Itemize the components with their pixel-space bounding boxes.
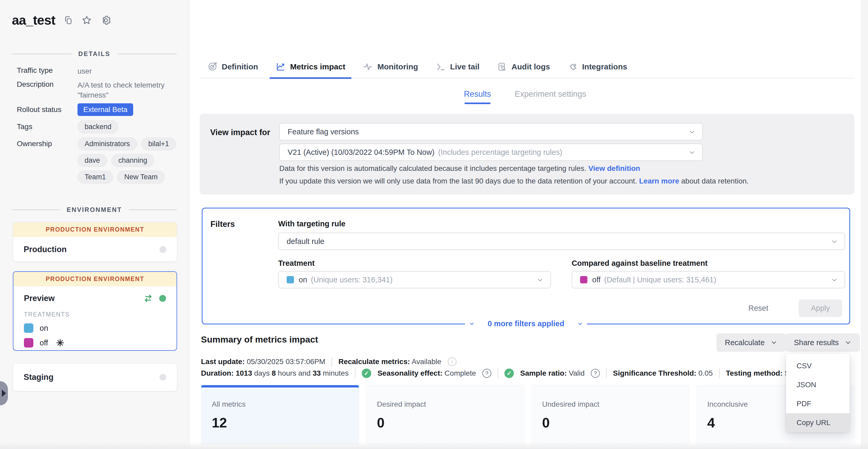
baseline-treatment-select[interactable]: off (Default | Unique users: 315,461) bbox=[572, 271, 845, 289]
chevron-down-icon bbox=[771, 339, 777, 346]
duration-hours: 8 bbox=[272, 369, 276, 377]
production-environment-banner: PRODUCTION ENVIRONMENT bbox=[13, 222, 177, 237]
help-icon[interactable]: ? bbox=[591, 369, 600, 378]
card-all-metrics[interactable]: All metrics 12 bbox=[201, 385, 359, 445]
terminal-icon bbox=[436, 62, 445, 71]
recalculate-metrics-label: Recalculate metrics: bbox=[338, 358, 410, 366]
tab-label: Live tail bbox=[450, 62, 479, 71]
swap-arrows-icon bbox=[143, 293, 153, 304]
reset-button[interactable]: Reset bbox=[747, 304, 770, 313]
menu-item-pdf[interactable]: PDF bbox=[786, 394, 849, 413]
environment-card-staging[interactable]: Staging bbox=[13, 363, 177, 391]
separator bbox=[498, 368, 498, 378]
select-value: off bbox=[592, 275, 600, 284]
pulse-icon bbox=[363, 62, 373, 71]
testing-method-label: Testing method: bbox=[726, 369, 783, 377]
more-filters-toggle[interactable]: 0 more filters applied bbox=[465, 316, 587, 331]
share-results-button[interactable]: Share results bbox=[785, 333, 860, 352]
menu-item-json[interactable]: JSON bbox=[786, 376, 849, 394]
traffic-type-row: Traffic type user bbox=[17, 66, 183, 76]
select-value: V21 (Active) (10/03/2022 04:59PM To Now) bbox=[288, 148, 435, 157]
separator bbox=[606, 368, 607, 378]
duration-unit: days bbox=[254, 369, 270, 377]
target-icon bbox=[208, 62, 217, 71]
favorite-button[interactable] bbox=[82, 15, 92, 26]
results-subtabs: Results Experiment settings bbox=[189, 89, 861, 104]
traffic-type-label: Traffic type bbox=[17, 66, 78, 76]
environment-card-preview[interactable]: PRODUCTION ENVIRONMENT Preview TREATMENT… bbox=[13, 271, 177, 351]
treatment-off-color-chip bbox=[580, 276, 587, 283]
environment-heading-label: ENVIRONMENT bbox=[67, 206, 122, 213]
recalculate-metrics-value: Available bbox=[412, 358, 441, 366]
duration-days: 1013 bbox=[236, 369, 252, 377]
treatment-row-on: on bbox=[24, 323, 166, 333]
tab-monitoring[interactable]: Monitoring bbox=[363, 55, 418, 78]
card-value: 12 bbox=[212, 415, 348, 430]
baseline-treatment-label: Compared against baseline treatment bbox=[572, 259, 708, 268]
star-icon bbox=[82, 15, 92, 26]
owner-pill: channing bbox=[112, 154, 154, 167]
tags-label: Tags bbox=[17, 120, 78, 131]
duration-unit: minutes bbox=[323, 369, 349, 377]
help-icon[interactable]: ? bbox=[482, 369, 491, 378]
status-dot-green bbox=[159, 295, 166, 302]
gear-icon bbox=[100, 15, 112, 26]
menu-item-copy-url[interactable]: Copy URL bbox=[786, 413, 849, 432]
menu-item-csv[interactable]: CSV bbox=[786, 356, 849, 376]
treatment-name: on bbox=[40, 324, 48, 333]
view-definition-link[interactable]: View definition bbox=[588, 164, 640, 173]
environment-card-production[interactable]: PRODUCTION ENVIRONMENT Production bbox=[13, 222, 177, 262]
seasonality-label: Seasonality effect: bbox=[377, 369, 442, 377]
impact-version-select[interactable]: V21 (Active) (10/03/2022 04:59PM To Now)… bbox=[279, 144, 703, 161]
environment-section-heading: ENVIRONMENT bbox=[12, 205, 177, 215]
copy-name-button[interactable] bbox=[64, 16, 73, 25]
significance-threshold-label: Significance Threshold: bbox=[613, 369, 696, 377]
learn-more-link[interactable]: Learn more bbox=[639, 177, 679, 185]
separator bbox=[355, 368, 355, 378]
page-title: aa_test bbox=[12, 12, 55, 28]
card-undesired-impact[interactable]: Undesired impact 0 bbox=[531, 385, 690, 445]
tab-metrics-impact[interactable]: Metrics impact bbox=[275, 55, 346, 78]
tab-audit-logs[interactable]: Audit logs bbox=[497, 55, 551, 78]
rollout-status-row: Rollout status External Beta bbox=[17, 103, 133, 116]
info-icon[interactable]: i bbox=[448, 357, 457, 366]
tab-definition[interactable]: Definition bbox=[207, 55, 258, 78]
recalculate-button[interactable]: Recalculate bbox=[716, 333, 786, 352]
apply-button[interactable]: Apply bbox=[799, 299, 842, 317]
environment-name: Staging bbox=[24, 372, 54, 382]
environment-name: Preview bbox=[24, 294, 55, 303]
sample-ratio-value: Valid bbox=[569, 369, 585, 377]
subtab-experiment-settings[interactable]: Experiment settings bbox=[515, 89, 586, 104]
data-retention-note: If you update this version we will only … bbox=[279, 177, 749, 185]
last-update-value: 05/30/2025 03:57:06PM bbox=[247, 358, 325, 366]
settings-button[interactable] bbox=[100, 15, 112, 26]
targeting-rule-select[interactable]: default rule bbox=[278, 233, 845, 250]
subtab-results[interactable]: Results bbox=[464, 89, 491, 104]
treatment-select[interactable]: on (Unique users: 316,341) bbox=[278, 271, 551, 289]
vertical-scrollbar[interactable] bbox=[861, 0, 868, 449]
rollout-status-badge: External Beta bbox=[78, 103, 133, 116]
tab-live-tail[interactable]: Live tail bbox=[435, 55, 480, 78]
filter-actions: Reset Apply bbox=[747, 299, 842, 317]
status-dot-gray bbox=[159, 374, 166, 381]
tab-integrations[interactable]: Integrations bbox=[567, 55, 628, 78]
targeting-rule-label: With targeting rule bbox=[278, 219, 345, 228]
description-label: Description bbox=[17, 80, 78, 100]
check-icon: ✓ bbox=[504, 368, 514, 378]
card-label: Desired impact bbox=[377, 400, 514, 409]
select-value: Feature flag versions bbox=[288, 127, 359, 136]
treatment-on-color-chip bbox=[287, 276, 294, 283]
chevron-down-icon bbox=[831, 276, 838, 283]
select-value: on bbox=[299, 275, 307, 284]
select-value-note: (Includes percentage targeting rules) bbox=[438, 148, 562, 157]
duration-unit: hours and bbox=[278, 369, 311, 377]
treatment-name: off bbox=[40, 338, 48, 347]
chevron-down-icon bbox=[577, 321, 583, 327]
sample-ratio-label: Sample ratio: bbox=[520, 369, 567, 377]
chevron-right-icon bbox=[2, 390, 6, 397]
impact-type-select[interactable]: Feature flag versions bbox=[279, 123, 703, 140]
tab-label: Metrics impact bbox=[290, 62, 345, 71]
line-chart-icon bbox=[276, 62, 285, 71]
card-desired-impact[interactable]: Desired impact 0 bbox=[366, 385, 524, 445]
flag-header: aa_test bbox=[12, 12, 112, 28]
